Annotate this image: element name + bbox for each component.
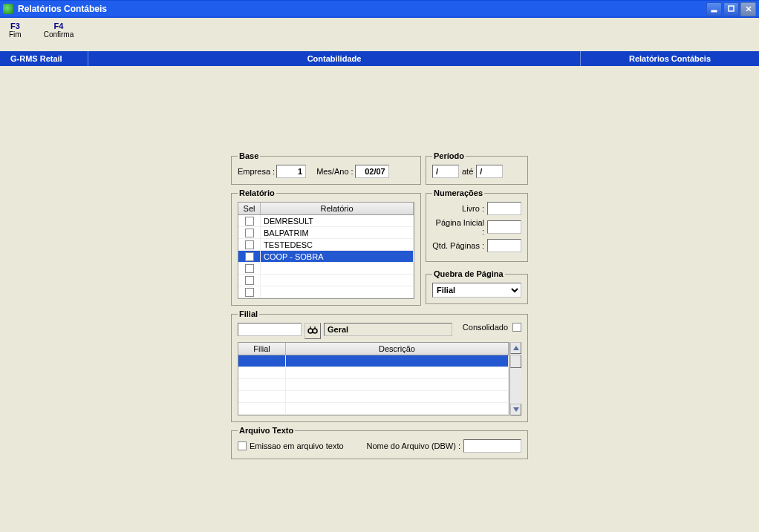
app-icon [3,4,13,14]
menu-key: F3 [9,22,22,30]
table-row[interactable] [238,367,509,379]
svg-marker-9 [513,407,519,412]
svg-rect-0 [711,10,717,12]
emissao-label: Emissao em arquivo texto [250,441,344,450]
row-checkbox[interactable] [245,276,254,285]
svg-rect-1 [729,6,734,11]
numeracoes-fieldset: Numerações Livro : Página Inicial : Qtd.… [426,188,528,262]
quebra-legend: Quebra de Página [432,269,505,278]
table-row[interactable]: BALPATRIM [238,227,414,239]
row-checkbox[interactable] [245,264,254,273]
menu-fim[interactable]: F3 Fim [9,22,22,51]
row-name: TESTEDESC [261,239,414,250]
svg-point-4 [308,329,313,333]
pagina-inicial-label: Página Inicial : [432,218,484,236]
row-checkbox[interactable] [245,252,254,261]
arquivo-texto-fieldset: Arquivo Texto Emissao em arquivo texto N… [231,426,528,459]
maximize-button[interactable] [723,2,739,16]
periodo-de-field[interactable] [432,165,459,178]
periodo-legend: Período [432,151,466,160]
mesano-field[interactable] [355,165,389,178]
ate-label: até [462,167,473,176]
table-row[interactable] [238,355,509,367]
periodo-fieldset: Período até [426,151,528,185]
menubar: F3 Fim F4 Confirma [0,18,759,51]
relatorio-legend: Relatório [238,188,276,197]
svg-marker-8 [513,346,519,350]
table-row[interactable] [238,263,414,275]
col-filial: Filial [238,343,286,355]
relatorio-fieldset: Relatório Sel Relatório DEMRESULTBALPATR… [231,188,421,306]
row-checkbox[interactable] [245,217,254,226]
menu-label: Confirma [44,30,74,39]
row-checkbox[interactable] [245,229,254,237]
table-row[interactable]: DEMRESULT [238,215,414,227]
breadcrumb-left: G-RMS Retail [0,54,88,63]
base-legend: Base [238,151,260,160]
table-row[interactable] [238,379,509,391]
table-row[interactable] [238,275,414,286]
col-descricao: Descrição [286,343,509,355]
emissao-checkbox[interactable] [238,441,247,450]
binoculars-icon [307,326,318,336]
minimize-button[interactable] [706,2,722,16]
periodo-ate-field[interactable] [476,165,503,178]
livro-field[interactable] [487,202,521,215]
col-relatorio: Relatório [261,203,414,214]
filial-name-field [324,323,452,336]
row-name: DEMRESULT [261,215,414,226]
empresa-field[interactable] [276,165,306,178]
filial-code-field[interactable] [238,323,302,336]
relatorio-grid: Sel Relatório DEMRESULTBALPATRIMTESTEDES… [238,202,414,299]
titlebar: Relatórios Contábeis [0,0,759,18]
table-row[interactable]: TESTEDESC [238,239,414,251]
qtd-paginas-field[interactable] [487,239,521,252]
quebra-fieldset: Quebra de Página Filial [426,269,528,304]
svg-point-5 [313,329,317,333]
nome-arquivo-field[interactable] [463,439,521,453]
row-name [261,286,414,298]
filial-search-button[interactable] [304,323,321,339]
consolidado-checkbox[interactable] [512,323,521,332]
close-button[interactable] [740,2,756,16]
scroll-down-button[interactable] [510,404,521,416]
table-row[interactable] [238,286,414,298]
scroll-thumb[interactable] [510,355,521,368]
row-checkbox[interactable] [245,240,254,249]
breadcrumb-mid: Contabilidade [88,51,581,66]
filial-scrollbar[interactable] [509,342,521,416]
mesano-label: Mes/Ano : [316,167,354,176]
empresa-label: Empresa : [238,167,275,176]
qtd-paginas-label: Qtd. Páginas : [432,241,484,250]
row-name [261,263,414,274]
menu-confirma[interactable]: F4 Confirma [44,22,74,51]
breadcrumb-right: Relatórios Contábeis [581,54,759,63]
numeracoes-legend: Numerações [432,188,484,197]
menu-label: Fim [9,30,22,39]
table-row[interactable]: COOP - SOBRA [238,251,414,263]
breadcrumb-bar: G-RMS Retail Contabilidade Relatórios Co… [0,51,759,66]
nome-arquivo-label: Nome do Arquivo (DBW) : [366,441,460,450]
scroll-up-button[interactable] [510,342,521,354]
row-name [261,275,414,286]
app-window: Relatórios Contábeis F3 Fim F4 Confirma … [0,0,759,532]
row-checkbox[interactable] [245,288,254,297]
filial-grid: Filial Descrição [238,342,509,416]
filial-fieldset: Filial Consolidado [231,309,528,422]
window-title: Relatórios Contábeis [18,4,706,14]
filial-legend: Filial [238,309,259,318]
row-name: COOP - SOBRA [261,251,414,262]
row-name: BALPATRIM [261,227,414,238]
col-sel: Sel [238,203,261,214]
table-row[interactable] [238,391,509,403]
base-fieldset: Base Empresa : Mes/Ano : [231,151,421,185]
table-row[interactable] [238,403,509,415]
arquivo-texto-legend: Arquivo Texto [238,426,295,435]
livro-label: Livro : [462,204,484,213]
content-area: Base Empresa : Mes/Ano : Período até [0,66,759,532]
pagina-inicial-field[interactable] [487,220,521,234]
menu-key: F4 [44,22,74,30]
quebra-select[interactable]: Filial [432,283,521,298]
consolidado-label: Consolidado [463,323,508,339]
